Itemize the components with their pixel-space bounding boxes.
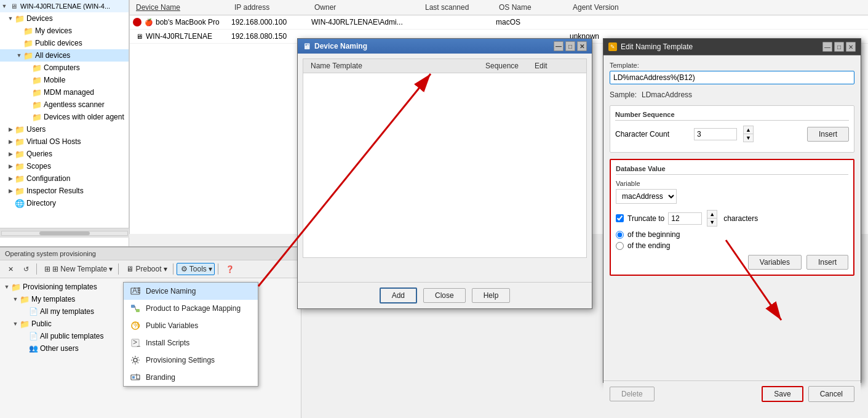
left-panel-scrollbar[interactable]: [0, 228, 129, 238]
expand-arrow[interactable]: ▶: [7, 151, 14, 157]
maximize-btn[interactable]: □: [565, 41, 575, 51]
delete-btn[interactable]: Delete: [610, 387, 655, 401]
spinner-down[interactable]: ▼: [743, 134, 754, 142]
scrollbar-thumb[interactable]: [39, 231, 90, 235]
menu-item-product-mapping[interactable]: Product to Package Mapping: [124, 300, 258, 317]
refresh-btn[interactable]: ↺: [19, 263, 33, 275]
col-last-scanned[interactable]: Last scanned: [422, 2, 496, 13]
expand-arrow[interactable]: ▼: [4, 284, 10, 290]
folder-icon: 📁: [15, 149, 25, 159]
folder-icon: 📁: [20, 294, 30, 304]
scrollbar-track[interactable]: [1, 231, 128, 236]
beginning-radio[interactable]: [616, 231, 624, 239]
variable-select[interactable]: macAddress: [616, 189, 677, 204]
sidebar-item-mobile[interactable]: ▶ 📁 Mobile: [0, 74, 129, 86]
close-toolbar-btn[interactable]: ✕: [4, 263, 18, 275]
edit-close-btn[interactable]: ✕: [846, 42, 856, 52]
col-os-name[interactable]: OS Name: [496, 2, 570, 13]
table-row[interactable]: 🍎 bob's MacBook Pro 192.168.000.100 WIN-…: [130, 15, 868, 30]
sidebar-item-devices[interactable]: ▼ 📁 Devices: [0, 12, 129, 25]
add-button[interactable]: Add: [380, 287, 417, 303]
close-btn[interactable]: ✕: [577, 41, 587, 51]
ending-radio[interactable]: [616, 242, 624, 250]
char-count-input[interactable]: [694, 128, 737, 140]
trunc-spinner-up[interactable]: ▲: [707, 210, 717, 219]
db-insert-btn[interactable]: Insert: [806, 255, 848, 270]
edit-minimize-btn[interactable]: —: [822, 42, 832, 52]
sidebar-item-scopes[interactable]: ▶ 📁 Scopes: [0, 160, 129, 172]
scripts-icon: >_: [130, 337, 141, 348]
sidebar-item-configuration[interactable]: ▶ 📁 Configuration: [0, 172, 129, 185]
device-naming-title: Device Naming: [314, 42, 367, 50]
edit-maximize-btn[interactable]: □: [834, 42, 844, 52]
sidebar-item-computers[interactable]: ▶ 📁 Computers: [0, 62, 129, 74]
expand-arrow[interactable]: ▶: [7, 175, 14, 182]
folder-icon: 📁: [15, 186, 25, 196]
ending-label: of the ending: [627, 241, 670, 250]
expand-arrow[interactable]: ▼: [1, 3, 7, 9]
sidebar-item-agentless[interactable]: ▶ 📁 Agentless scanner: [0, 98, 129, 111]
menu-item-provisioning-settings[interactable]: Provisioning Settings: [124, 352, 258, 369]
computer-icon: 🖥: [9, 1, 18, 11]
number-seq-title: Number Sequence: [615, 111, 849, 121]
sidebar-item-directory[interactable]: ▶ 🌐 Directory: [0, 197, 129, 209]
cancel-btn[interactable]: Cancel: [808, 386, 854, 402]
col-agent-version[interactable]: Agent Version: [570, 2, 643, 13]
expand-arrow[interactable]: ▼: [12, 321, 18, 327]
menu-item-branding[interactable]: LD Branding: [124, 369, 258, 386]
expand-arrow[interactable]: ▼: [12, 296, 18, 302]
number-seq-insert-btn[interactable]: Insert: [807, 127, 849, 142]
col-ip[interactable]: IP address: [231, 2, 311, 13]
sidebar-item-label: My devices: [35, 26, 72, 35]
tools-icon: ⚙: [181, 265, 188, 273]
bottom-toolbar: ✕ ↺ ⊞ ⊞ New Template ▾ 🖥 Preboot ▾ ⚙ Too…: [0, 260, 301, 278]
sidebar-item-my-devices[interactable]: ▶ 📁 My devices: [0, 25, 129, 37]
expand-arrow[interactable]: ▼: [7, 15, 14, 22]
new-template-btn[interactable]: ⊞ ⊞ New Template ▾: [40, 263, 115, 275]
menu-item-device-naming[interactable]: ABC Device Naming: [124, 283, 258, 300]
sidebar-item-label: Computers: [44, 63, 80, 72]
sidebar-item-queries[interactable]: ▶ 📁 Queries: [0, 148, 129, 160]
template-input[interactable]: [610, 71, 854, 84]
sidebar-item-older-agent[interactable]: ▶ 📁 Devices with older agent: [0, 111, 129, 123]
menu-item-label: Device Naming: [146, 287, 196, 295]
truncate-input[interactable]: [668, 212, 702, 225]
sidebar-item-inspector[interactable]: ▶ 📁 Inspector Results: [0, 185, 129, 197]
sidebar-item-label: MDM managed: [44, 88, 94, 97]
expand-arrow[interactable]: ▶: [7, 126, 14, 132]
col-owner[interactable]: Owner: [311, 2, 422, 13]
folder-icon: 📁: [20, 319, 30, 329]
expand-arrow[interactable]: ▼: [16, 52, 22, 58]
help-dialog-btn[interactable]: Help: [472, 288, 511, 303]
sidebar-item-mdm[interactable]: ▶ 📁 MDM managed: [0, 86, 129, 98]
sidebar-item-label: Directory: [26, 199, 56, 207]
menu-item-install-scripts[interactable]: >_ Install Scripts: [124, 334, 258, 352]
folder-icon: 📁: [15, 174, 25, 183]
globe-icon: 🌐: [15, 198, 25, 208]
sidebar-item-virtual-os[interactable]: ▶ 📁 Virtual OS Hosts: [0, 135, 129, 148]
close-dialog-btn[interactable]: Close: [423, 288, 466, 303]
svg-text:%: %: [133, 321, 140, 329]
help-btn[interactable]: ❓: [221, 263, 239, 275]
preboot-btn[interactable]: 🖥 Preboot ▾: [122, 263, 169, 275]
sidebar-item-users[interactable]: ▶ 📁 Users: [0, 123, 129, 135]
sidebar-item-public-devices[interactable]: ▶ 📁 Public devices: [0, 37, 129, 49]
expand-arrow[interactable]: ▶: [7, 139, 14, 145]
truncate-checkbox[interactable]: [616, 214, 624, 222]
expand-arrow[interactable]: ▶: [7, 188, 14, 194]
expand-arrow[interactable]: ▶: [7, 163, 14, 169]
sidebar-item-win-root[interactable]: ▼ 🖥 WIN-4J0RL7LENAE (WIN-4...: [0, 0, 129, 12]
tools-btn[interactable]: ⚙ Tools ▾: [177, 263, 215, 275]
device-naming-footer: Add Close Help: [298, 282, 592, 308]
folder-icon: 📁: [32, 63, 42, 73]
toolbar-sep-1: [36, 263, 37, 275]
menu-item-public-variables[interactable]: % Public Variables: [124, 317, 258, 334]
save-btn[interactable]: Save: [762, 386, 803, 402]
variables-btn[interactable]: Variables: [748, 255, 802, 270]
trunc-spinner-down[interactable]: ▼: [707, 219, 717, 227]
svg-rect-11: [132, 376, 135, 379]
minimize-btn[interactable]: —: [554, 41, 563, 51]
col-device-name[interactable]: Device Name: [133, 2, 231, 13]
sidebar-item-all-devices[interactable]: ▼ 📁 All devices: [0, 49, 129, 62]
spinner-up[interactable]: ▲: [743, 126, 754, 134]
